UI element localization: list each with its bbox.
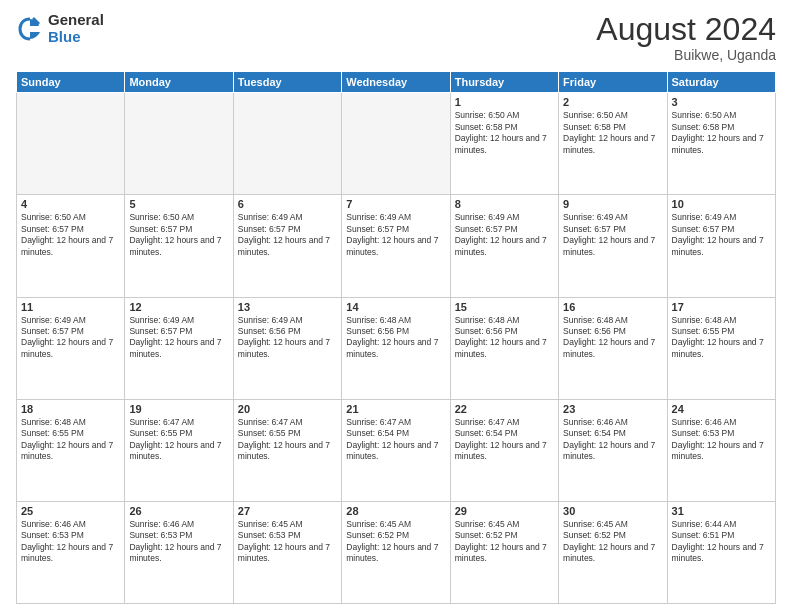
calendar-cell: 3Sunrise: 6:50 AMSunset: 6:58 PMDaylight…: [667, 93, 775, 195]
day-info: Sunrise: 6:47 AMSunset: 6:55 PMDaylight:…: [129, 417, 228, 463]
calendar-cell: 28Sunrise: 6:45 AMSunset: 6:52 PMDayligh…: [342, 501, 450, 603]
day-number: 6: [238, 198, 337, 210]
col-header-tuesday: Tuesday: [233, 72, 341, 93]
day-number: 13: [238, 301, 337, 313]
day-number: 3: [672, 96, 771, 108]
calendar-week-row: 1Sunrise: 6:50 AMSunset: 6:58 PMDaylight…: [17, 93, 776, 195]
day-number: 1: [455, 96, 554, 108]
day-number: 24: [672, 403, 771, 415]
day-info: Sunrise: 6:48 AMSunset: 6:55 PMDaylight:…: [21, 417, 120, 463]
calendar-cell: [342, 93, 450, 195]
calendar-cell: [125, 93, 233, 195]
day-number: 31: [672, 505, 771, 517]
calendar-cell: 2Sunrise: 6:50 AMSunset: 6:58 PMDaylight…: [559, 93, 667, 195]
logo-icon: [16, 15, 44, 43]
calendar-cell: 20Sunrise: 6:47 AMSunset: 6:55 PMDayligh…: [233, 399, 341, 501]
day-number: 21: [346, 403, 445, 415]
logo-blue: Blue: [48, 29, 104, 46]
day-info: Sunrise: 6:50 AMSunset: 6:58 PMDaylight:…: [455, 110, 554, 156]
calendar-cell: 18Sunrise: 6:48 AMSunset: 6:55 PMDayligh…: [17, 399, 125, 501]
calendar-cell: 9Sunrise: 6:49 AMSunset: 6:57 PMDaylight…: [559, 195, 667, 297]
day-info: Sunrise: 6:49 AMSunset: 6:57 PMDaylight:…: [238, 212, 337, 258]
day-number: 14: [346, 301, 445, 313]
day-number: 12: [129, 301, 228, 313]
calendar-cell: 4Sunrise: 6:50 AMSunset: 6:57 PMDaylight…: [17, 195, 125, 297]
calendar-cell: 21Sunrise: 6:47 AMSunset: 6:54 PMDayligh…: [342, 399, 450, 501]
day-info: Sunrise: 6:48 AMSunset: 6:56 PMDaylight:…: [346, 315, 445, 361]
day-info: Sunrise: 6:44 AMSunset: 6:51 PMDaylight:…: [672, 519, 771, 565]
day-number: 19: [129, 403, 228, 415]
calendar-cell: 19Sunrise: 6:47 AMSunset: 6:55 PMDayligh…: [125, 399, 233, 501]
day-info: Sunrise: 6:47 AMSunset: 6:54 PMDaylight:…: [346, 417, 445, 463]
col-header-sunday: Sunday: [17, 72, 125, 93]
day-info: Sunrise: 6:45 AMSunset: 6:52 PMDaylight:…: [563, 519, 662, 565]
calendar-table: SundayMondayTuesdayWednesdayThursdayFrid…: [16, 71, 776, 604]
day-info: Sunrise: 6:46 AMSunset: 6:53 PMDaylight:…: [129, 519, 228, 565]
calendar-cell: 27Sunrise: 6:45 AMSunset: 6:53 PMDayligh…: [233, 501, 341, 603]
day-number: 15: [455, 301, 554, 313]
day-info: Sunrise: 6:50 AMSunset: 6:57 PMDaylight:…: [21, 212, 120, 258]
day-number: 30: [563, 505, 662, 517]
calendar-cell: [17, 93, 125, 195]
day-number: 5: [129, 198, 228, 210]
header: General Blue August 2024 Buikwe, Uganda: [16, 12, 776, 63]
calendar-cell: 12Sunrise: 6:49 AMSunset: 6:57 PMDayligh…: [125, 297, 233, 399]
calendar-cell: 15Sunrise: 6:48 AMSunset: 6:56 PMDayligh…: [450, 297, 558, 399]
day-number: 2: [563, 96, 662, 108]
day-info: Sunrise: 6:49 AMSunset: 6:57 PMDaylight:…: [672, 212, 771, 258]
day-number: 4: [21, 198, 120, 210]
day-info: Sunrise: 6:49 AMSunset: 6:57 PMDaylight:…: [129, 315, 228, 361]
calendar-cell: 1Sunrise: 6:50 AMSunset: 6:58 PMDaylight…: [450, 93, 558, 195]
logo-text: General Blue: [48, 12, 104, 45]
main-title: August 2024: [596, 12, 776, 47]
subtitle: Buikwe, Uganda: [596, 47, 776, 63]
calendar-week-row: 25Sunrise: 6:46 AMSunset: 6:53 PMDayligh…: [17, 501, 776, 603]
calendar-cell: 29Sunrise: 6:45 AMSunset: 6:52 PMDayligh…: [450, 501, 558, 603]
day-number: 22: [455, 403, 554, 415]
day-info: Sunrise: 6:49 AMSunset: 6:57 PMDaylight:…: [21, 315, 120, 361]
day-info: Sunrise: 6:50 AMSunset: 6:58 PMDaylight:…: [672, 110, 771, 156]
col-header-monday: Monday: [125, 72, 233, 93]
calendar-cell: 5Sunrise: 6:50 AMSunset: 6:57 PMDaylight…: [125, 195, 233, 297]
day-info: Sunrise: 6:50 AMSunset: 6:57 PMDaylight:…: [129, 212, 228, 258]
calendar-cell: 11Sunrise: 6:49 AMSunset: 6:57 PMDayligh…: [17, 297, 125, 399]
day-number: 8: [455, 198, 554, 210]
calendar-cell: 23Sunrise: 6:46 AMSunset: 6:54 PMDayligh…: [559, 399, 667, 501]
calendar-cell: 6Sunrise: 6:49 AMSunset: 6:57 PMDaylight…: [233, 195, 341, 297]
day-info: Sunrise: 6:48 AMSunset: 6:56 PMDaylight:…: [455, 315, 554, 361]
calendar-cell: 8Sunrise: 6:49 AMSunset: 6:57 PMDaylight…: [450, 195, 558, 297]
day-info: Sunrise: 6:46 AMSunset: 6:53 PMDaylight:…: [21, 519, 120, 565]
day-info: Sunrise: 6:46 AMSunset: 6:53 PMDaylight:…: [672, 417, 771, 463]
calendar-cell: 30Sunrise: 6:45 AMSunset: 6:52 PMDayligh…: [559, 501, 667, 603]
day-info: Sunrise: 6:49 AMSunset: 6:57 PMDaylight:…: [455, 212, 554, 258]
calendar-cell: 31Sunrise: 6:44 AMSunset: 6:51 PMDayligh…: [667, 501, 775, 603]
col-header-thursday: Thursday: [450, 72, 558, 93]
logo: General Blue: [16, 12, 104, 45]
calendar-cell: 26Sunrise: 6:46 AMSunset: 6:53 PMDayligh…: [125, 501, 233, 603]
calendar-cell: 22Sunrise: 6:47 AMSunset: 6:54 PMDayligh…: [450, 399, 558, 501]
page: General Blue August 2024 Buikwe, Uganda …: [0, 0, 792, 612]
calendar-cell: 7Sunrise: 6:49 AMSunset: 6:57 PMDaylight…: [342, 195, 450, 297]
day-number: 17: [672, 301, 771, 313]
calendar-week-row: 18Sunrise: 6:48 AMSunset: 6:55 PMDayligh…: [17, 399, 776, 501]
logo-general: General: [48, 12, 104, 29]
day-info: Sunrise: 6:46 AMSunset: 6:54 PMDaylight:…: [563, 417, 662, 463]
day-number: 20: [238, 403, 337, 415]
day-info: Sunrise: 6:45 AMSunset: 6:53 PMDaylight:…: [238, 519, 337, 565]
day-info: Sunrise: 6:47 AMSunset: 6:54 PMDaylight:…: [455, 417, 554, 463]
day-number: 11: [21, 301, 120, 313]
day-info: Sunrise: 6:49 AMSunset: 6:57 PMDaylight:…: [346, 212, 445, 258]
calendar-cell: 17Sunrise: 6:48 AMSunset: 6:55 PMDayligh…: [667, 297, 775, 399]
day-info: Sunrise: 6:45 AMSunset: 6:52 PMDaylight:…: [455, 519, 554, 565]
calendar-week-row: 4Sunrise: 6:50 AMSunset: 6:57 PMDaylight…: [17, 195, 776, 297]
day-number: 18: [21, 403, 120, 415]
day-number: 26: [129, 505, 228, 517]
day-info: Sunrise: 6:49 AMSunset: 6:57 PMDaylight:…: [563, 212, 662, 258]
day-number: 23: [563, 403, 662, 415]
day-info: Sunrise: 6:45 AMSunset: 6:52 PMDaylight:…: [346, 519, 445, 565]
day-info: Sunrise: 6:48 AMSunset: 6:56 PMDaylight:…: [563, 315, 662, 361]
day-info: Sunrise: 6:48 AMSunset: 6:55 PMDaylight:…: [672, 315, 771, 361]
col-header-saturday: Saturday: [667, 72, 775, 93]
day-number: 9: [563, 198, 662, 210]
day-number: 28: [346, 505, 445, 517]
